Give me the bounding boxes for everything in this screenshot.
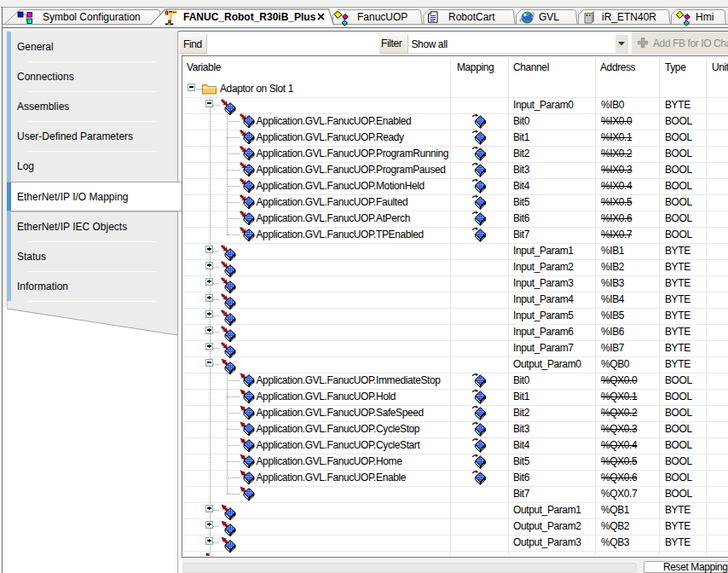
svg-text:FanucUOP: FanucUOP xyxy=(357,11,407,23)
svg-text:RobotCart: RobotCart xyxy=(448,11,495,23)
svg-text:FANUC_Robot_R30iB_Plus: FANUC_Robot_R30iB_Plus xyxy=(183,11,316,23)
svg-text:Hmi: Hmi xyxy=(696,11,714,23)
svg-text:GVL: GVL xyxy=(539,11,559,23)
svg-text:Symbol Configuration: Symbol Configuration xyxy=(43,11,141,23)
svg-text:iR_ETN40R: iR_ETN40R xyxy=(602,11,656,23)
